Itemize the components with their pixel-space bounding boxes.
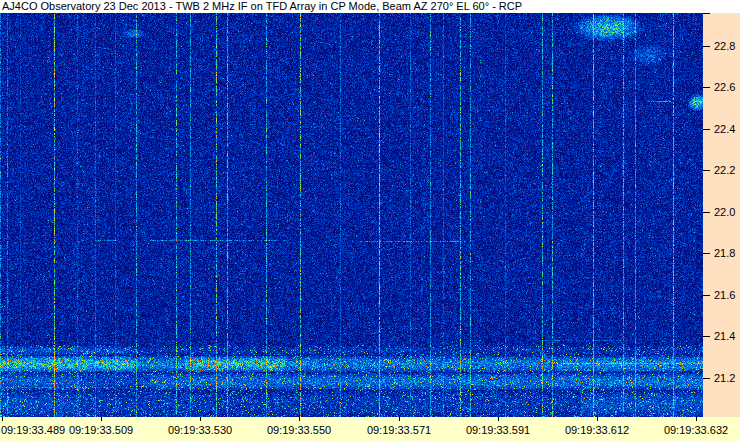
y-axis-tick bbox=[703, 170, 710, 171]
y-axis-edge-tick bbox=[703, 13, 710, 14]
y-axis-label: 22.6 bbox=[714, 81, 735, 93]
x-axis-tick bbox=[399, 417, 400, 421]
y-axis-label: 22.4 bbox=[714, 123, 735, 135]
x-axis-label: 09:19:33.530 bbox=[168, 424, 232, 436]
y-axis-label: 22.2 bbox=[714, 164, 735, 176]
window-title: AJ4CO Observatory 23 Dec 2013 - TWB 2 MH… bbox=[2, 0, 522, 13]
x-axis-label: 09:19:33.632 bbox=[664, 424, 728, 436]
y-axis-tick bbox=[703, 87, 710, 88]
y-axis-label: 21.6 bbox=[714, 289, 735, 301]
y-axis-label: 21.4 bbox=[714, 330, 735, 342]
y-axis-label: 21.2 bbox=[714, 372, 735, 384]
x-axis-tick bbox=[2, 417, 3, 421]
y-axis-tick bbox=[703, 253, 710, 254]
x-axis-label: 09:19:33.489 bbox=[1, 424, 65, 436]
x-axis-tick bbox=[696, 417, 697, 421]
y-axis-tick bbox=[703, 46, 710, 47]
y-axis-label: 22.8 bbox=[714, 40, 735, 52]
x-axis-label: 09:19:33.509 bbox=[69, 424, 133, 436]
y-axis-label: 22.0 bbox=[714, 206, 735, 218]
y-axis-tick bbox=[703, 336, 710, 337]
title-bar: AJ4CO Observatory 23 Dec 2013 - TWB 2 MH… bbox=[0, 0, 740, 13]
x-axis-tick bbox=[498, 417, 499, 421]
x-axis-tick bbox=[299, 417, 300, 421]
y-axis-tick bbox=[703, 212, 710, 213]
y-axis-label: 21.8 bbox=[714, 247, 735, 259]
y-axis-tick bbox=[703, 378, 710, 379]
y-axis: 22.822.622.422.222.021.821.621.421.2 bbox=[703, 13, 740, 417]
x-axis-tick bbox=[597, 417, 598, 421]
x-axis-label: 09:19:33.550 bbox=[267, 424, 331, 436]
x-axis-label: 09:19:33.571 bbox=[367, 424, 431, 436]
x-axis-tick bbox=[200, 417, 201, 421]
x-axis-label: 09:19:33.612 bbox=[565, 424, 629, 436]
x-axis-label: 09:19:33.591 bbox=[466, 424, 530, 436]
y-axis-tick bbox=[703, 295, 710, 296]
spectrogram-canvas bbox=[0, 13, 703, 417]
x-axis: 09:19:33.48909:19:33.50909:19:33.53009:1… bbox=[0, 417, 740, 441]
app-window: AJ4CO Observatory 23 Dec 2013 - TWB 2 MH… bbox=[0, 0, 740, 441]
y-axis-tick bbox=[703, 129, 710, 130]
x-axis-tick bbox=[101, 417, 102, 421]
